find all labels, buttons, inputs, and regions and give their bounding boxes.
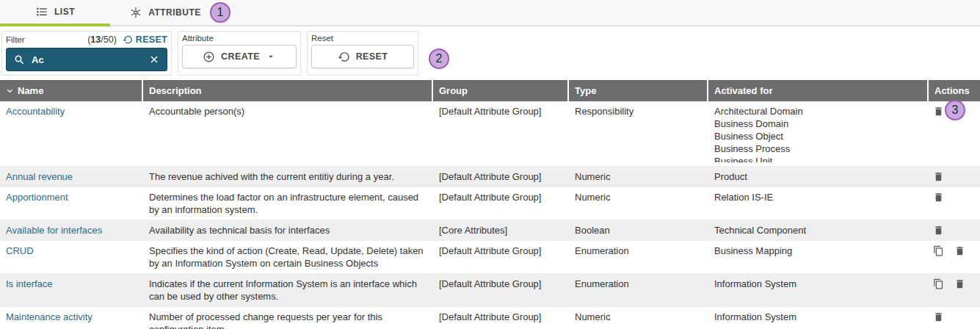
- filter-search-input[interactable]: [30, 54, 143, 66]
- filter-search-box: [6, 48, 167, 71]
- row-group: [Default Attribute Group]: [433, 241, 569, 273]
- delete-icon[interactable]: [933, 106, 944, 117]
- row-activated-for: Information System: [708, 307, 929, 329]
- row-type: Enumeration: [569, 241, 708, 273]
- row-description: Specifies the kind of action (Create, Re…: [143, 241, 433, 273]
- column-header-description[interactable]: Description: [143, 80, 433, 101]
- table-row: Apportionment Determines the load factor…: [0, 187, 980, 220]
- row-activated-for: Relation IS-IE: [708, 187, 929, 220]
- list-icon: [35, 5, 48, 18]
- attribute-name-link[interactable]: Is interface: [6, 278, 53, 289]
- row-activated-for: Product: [708, 167, 929, 187]
- filter-result-count: (13/50): [87, 35, 117, 45]
- row-type: Enumeration: [569, 274, 708, 306]
- search-icon: [13, 54, 25, 65]
- copy-icon[interactable]: [933, 245, 944, 256]
- table-row: Maintenance activity Number of processed…: [0, 307, 980, 329]
- table-row: Annual revenue The revenue achived with …: [0, 167, 980, 187]
- cell-name: Annual revenue: [0, 167, 143, 187]
- close-icon[interactable]: [148, 54, 160, 65]
- table-row: Available for interfaces Availability as…: [0, 220, 980, 241]
- row-group: [Default Attribute Group]: [433, 101, 569, 166]
- reset-button-label: RESET: [356, 51, 388, 62]
- row-actions: [929, 220, 980, 240]
- tab-list[interactable]: LIST: [0, 0, 110, 26]
- annotation-step-2: 2: [429, 48, 449, 69]
- attribute-hub-icon: [129, 6, 142, 19]
- column-header-actions: Actions: [929, 80, 980, 101]
- row-description: Number of processed change requests per …: [143, 307, 433, 329]
- undo-icon: [123, 35, 133, 45]
- row-group: [Default Attribute Group]: [433, 167, 569, 187]
- create-button-label: CREATE: [221, 51, 260, 62]
- row-group: [Default Attribute Group]: [433, 307, 569, 329]
- attribute-name-link[interactable]: Apportionment: [6, 192, 68, 203]
- filter-reset-label: RESET: [136, 35, 167, 45]
- row-activated-for: Business Mapping: [708, 241, 929, 273]
- row-actions: [929, 187, 980, 220]
- row-group: [Default Attribute Group]: [433, 187, 569, 220]
- row-description: Determines the load factor on an infrast…: [143, 187, 433, 220]
- table-row: Is interface Indicates if the current In…: [0, 274, 980, 307]
- attribute-name-link[interactable]: Available for interfaces: [6, 225, 102, 236]
- cell-name: CRUD: [0, 241, 143, 273]
- chevron-down-icon: [266, 51, 276, 62]
- attribute-group-label: Attribute: [182, 34, 297, 43]
- plus-circle-icon: [203, 51, 215, 63]
- create-attribute-button[interactable]: CREATE: [182, 45, 297, 68]
- row-type: Responsibility: [569, 101, 708, 166]
- attribute-group: Attribute CREATE: [178, 31, 301, 76]
- row-activated-for: Architectural DomainBusiness DomainBusin…: [708, 101, 929, 166]
- row-activated-for: Technical Component: [708, 220, 929, 240]
- delete-icon[interactable]: [954, 278, 965, 289]
- column-header-type[interactable]: Type: [569, 80, 708, 101]
- tab-bar: LIST ATTRIBUTE 1: [0, 0, 980, 26]
- copy-icon[interactable]: [933, 278, 944, 289]
- sort-descending-icon: [6, 87, 14, 95]
- attribute-name-link[interactable]: Annual revenue: [6, 171, 73, 182]
- row-group: [Core Attributes]: [433, 220, 569, 240]
- row-description: Indicates if the current Information Sys…: [143, 274, 433, 306]
- tab-list-label: LIST: [54, 7, 75, 17]
- table-body: Accountability Accountable person(s) [De…: [0, 101, 980, 329]
- delete-icon[interactable]: [933, 225, 944, 236]
- toolbar: Filter (13/50) RESET: [0, 26, 980, 79]
- delete-icon[interactable]: [933, 171, 944, 182]
- reset-button[interactable]: RESET: [311, 45, 414, 68]
- filter-reset-link[interactable]: RESET: [123, 35, 167, 45]
- annotation-step-3: 3: [945, 100, 965, 120]
- filter-group: Filter (13/50) RESET: [1, 31, 172, 76]
- row-type: Boolean: [569, 220, 708, 240]
- reset-group-label: Reset: [311, 34, 414, 43]
- row-actions: [929, 241, 980, 273]
- row-actions: [929, 167, 980, 187]
- annotation-step-1: 1: [210, 2, 231, 23]
- delete-icon[interactable]: [954, 245, 965, 256]
- table-row: CRUD Specifies the kind of action (Creat…: [0, 241, 980, 274]
- attributes-admin-panel: LIST ATTRIBUTE 1 Filter: [0, 0, 980, 329]
- reset-group: Reset RESET: [307, 31, 418, 76]
- column-header-name[interactable]: Name: [0, 80, 143, 101]
- cell-name: Maintenance activity: [0, 307, 143, 329]
- attribute-name-link[interactable]: CRUD: [6, 245, 34, 256]
- attribute-name-link[interactable]: Maintenance activity: [6, 311, 92, 322]
- table-row: Accountability Accountable person(s) [De…: [0, 101, 980, 167]
- attribute-name-link[interactable]: Accountability: [6, 106, 65, 117]
- row-activated-for: Information System: [708, 274, 929, 306]
- undo-icon: [338, 51, 350, 63]
- tab-attribute[interactable]: ATTRIBUTE: [110, 0, 220, 25]
- cell-name: Is interface: [0, 274, 143, 306]
- cell-name: Accountability: [0, 101, 143, 166]
- row-description: The revenue achived with the current ent…: [143, 167, 433, 187]
- row-type: Numeric: [569, 187, 708, 220]
- row-actions: [929, 274, 980, 306]
- column-header-activated-for[interactable]: Activated for: [708, 80, 929, 101]
- table-header: Name Description Group Type Activated fo…: [0, 80, 980, 101]
- delete-icon[interactable]: [933, 311, 944, 322]
- row-type: Numeric: [569, 167, 708, 187]
- cell-name: Apportionment: [0, 187, 143, 220]
- row-description: Accountable person(s): [143, 101, 433, 166]
- row-actions: [929, 307, 980, 329]
- delete-icon[interactable]: [933, 192, 944, 203]
- column-header-group[interactable]: Group: [433, 80, 569, 101]
